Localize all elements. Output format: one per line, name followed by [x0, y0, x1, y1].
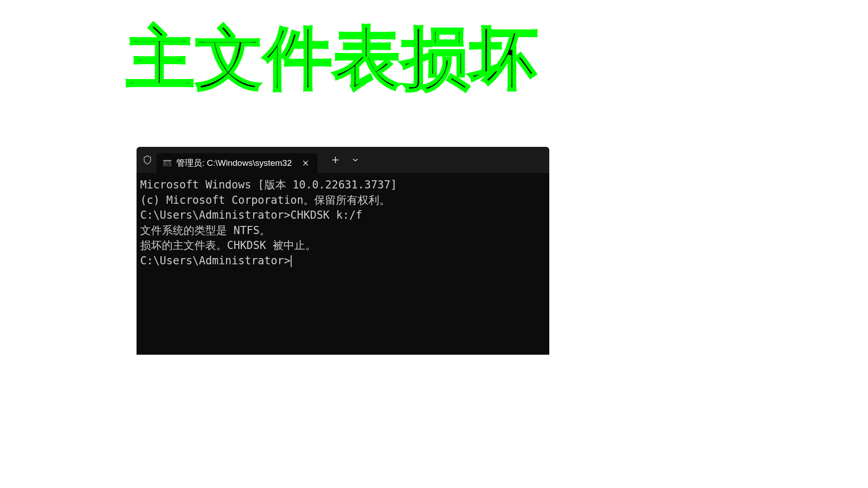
terminal-prompt-line: C:\Users\Administrator>	[140, 253, 546, 269]
tab-title: 管理员: C:\Windows\system32	[176, 157, 292, 169]
close-icon[interactable]	[300, 158, 311, 169]
terminal-body[interactable]: Microsoft Windows [版本 10.0.22631.3737] (…	[137, 173, 549, 273]
terminal-line: 损坏的主文件表。CHKDSK 被中止。	[140, 238, 546, 253]
terminal-line: 文件系统的类型是 NTFS。	[140, 223, 546, 239]
titlebar: C:\ 管理员: C:\Windows\system32	[137, 147, 549, 173]
page-title: 主文件表损坏	[127, 14, 539, 105]
shield-icon	[142, 155, 153, 165]
terminal-line: C:\Users\Administrator>CHKDSK k:/f	[140, 208, 546, 223]
svg-text:C:\: C:\	[164, 162, 171, 166]
svg-rect-1	[163, 160, 171, 161]
terminal-line: (c) Microsoft Corporation。保留所有权利。	[140, 193, 546, 208]
cmd-icon: C:\	[163, 159, 172, 168]
terminal-line: Microsoft Windows [版本 10.0.22631.3737]	[140, 178, 546, 193]
cursor	[291, 255, 292, 267]
terminal-prompt: C:\Users\Administrator>	[140, 254, 290, 267]
chevron-down-icon[interactable]	[350, 155, 361, 165]
new-tab-button[interactable]	[328, 153, 343, 167]
tab-active[interactable]: C:\ 管理员: C:\Windows\system32	[156, 153, 317, 173]
terminal-window: C:\ 管理员: C:\Windows\system32 Micro	[137, 147, 549, 355]
